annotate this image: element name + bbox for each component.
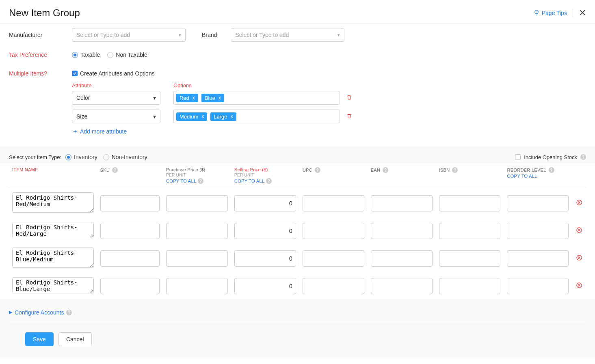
configure-accounts-link[interactable]: ▶ Configure Accounts ? bbox=[9, 309, 72, 316]
col-selling-price: Selling Price ($) PER UNIT COPY TO ALL? bbox=[231, 163, 299, 188]
chevron-down-icon: ▾ bbox=[153, 95, 156, 101]
ean-input[interactable] bbox=[371, 250, 433, 267]
options-input[interactable]: Medium x Large x bbox=[173, 110, 340, 123]
isbn-input[interactable] bbox=[439, 223, 501, 239]
help-icon[interactable]: ? bbox=[383, 167, 388, 173]
reorder-input[interactable] bbox=[507, 195, 569, 211]
copy-to-all-selling[interactable]: COPY TO ALL? bbox=[234, 178, 272, 184]
isbn-input[interactable] bbox=[439, 250, 501, 267]
checkbox-unchecked-icon bbox=[515, 154, 521, 160]
help-icon[interactable]: ? bbox=[580, 154, 586, 160]
reorder-input[interactable] bbox=[507, 278, 569, 294]
col-reorder-level: REORDER LEVEL? COPY TO ALL bbox=[504, 163, 572, 188]
item-name-input[interactable]: El Rodrigo Shirts-Blue/Large bbox=[12, 277, 94, 293]
trash-icon[interactable] bbox=[346, 113, 352, 120]
attribute-select[interactable]: Size ▾ bbox=[72, 110, 160, 123]
tag-remove-icon[interactable]: x bbox=[201, 114, 204, 119]
help-icon[interactable]: ? bbox=[112, 167, 118, 173]
selling-price-input[interactable] bbox=[234, 250, 296, 267]
page-tips-label: Page Tips bbox=[542, 10, 567, 16]
col-isbn: ISBN? bbox=[436, 163, 504, 188]
manufacturer-select[interactable]: Select or Type to add ▾ bbox=[72, 28, 186, 42]
create-attributes-checkbox[interactable]: Create Attributes and Options bbox=[72, 70, 155, 77]
option-tag[interactable]: Large x bbox=[210, 112, 236, 121]
add-more-attribute-link[interactable]: ＋ Add more attribute bbox=[72, 128, 586, 135]
help-icon[interactable]: ? bbox=[452, 167, 458, 173]
selling-price-input[interactable] bbox=[234, 278, 296, 294]
taxable-radio[interactable]: Taxable bbox=[72, 52, 100, 58]
ean-input[interactable] bbox=[371, 195, 433, 211]
brand-label: Brand bbox=[202, 32, 217, 38]
attribute-select[interactable]: Color ▾ bbox=[72, 91, 160, 105]
upc-input[interactable] bbox=[303, 278, 364, 294]
include-opening-stock-checkbox[interactable]: Include Opening Stock ? bbox=[515, 154, 586, 160]
header-divider bbox=[573, 9, 573, 17]
non-taxable-radio[interactable]: Non Taxable bbox=[107, 52, 147, 58]
help-icon[interactable]: ? bbox=[66, 310, 72, 315]
help-icon: ? bbox=[266, 178, 272, 184]
inventory-radio[interactable]: Inventory bbox=[65, 154, 97, 160]
trash-icon[interactable] bbox=[346, 95, 352, 101]
purchase-price-input[interactable] bbox=[166, 250, 228, 267]
option-label: Red bbox=[180, 95, 189, 101]
taxable-label: Taxable bbox=[80, 52, 100, 58]
help-icon[interactable]: ? bbox=[549, 167, 554, 173]
save-button[interactable]: Save bbox=[25, 332, 54, 346]
item-name-input[interactable]: El Rodrigo Shirts-Red/Medium bbox=[12, 192, 94, 213]
item-name-input[interactable]: El Rodrigo Shirts-Blue/Medium bbox=[12, 248, 94, 268]
sku-input[interactable] bbox=[100, 195, 160, 211]
selling-price-input[interactable] bbox=[234, 223, 296, 239]
copy-to-all-reorder[interactable]: COPY TO ALL bbox=[507, 174, 537, 179]
tax-preference-label: Tax Preference bbox=[9, 52, 72, 58]
include-opening-stock-label: Include Opening Stock bbox=[524, 154, 577, 160]
isbn-input[interactable] bbox=[439, 278, 501, 294]
options-heading: Options bbox=[173, 82, 192, 88]
option-tag[interactable]: Red x bbox=[176, 94, 198, 102]
table-row: El Rodrigo Shirts-Red/Medium bbox=[9, 188, 586, 218]
non-inventory-radio[interactable]: Non-Inventory bbox=[103, 154, 147, 160]
delete-row-icon[interactable] bbox=[572, 188, 586, 218]
plus-icon: ＋ bbox=[72, 128, 78, 135]
close-icon[interactable]: ✕ bbox=[579, 9, 586, 17]
attribute-heading: Attribute bbox=[72, 82, 173, 88]
delete-row-icon[interactable] bbox=[572, 218, 586, 243]
tag-remove-icon[interactable]: x bbox=[219, 95, 221, 101]
delete-row-icon[interactable] bbox=[572, 273, 586, 299]
option-tag[interactable]: Medium x bbox=[176, 112, 207, 121]
item-name-input[interactable]: El Rodrigo Shirts-Red/Large bbox=[12, 222, 94, 238]
tag-remove-icon[interactable]: x bbox=[231, 114, 233, 119]
cancel-button[interactable]: Cancel bbox=[58, 332, 92, 346]
purchase-price-input[interactable] bbox=[166, 223, 228, 239]
upc-input[interactable] bbox=[303, 223, 364, 239]
tag-remove-icon[interactable]: x bbox=[193, 95, 195, 101]
ean-input[interactable] bbox=[371, 223, 433, 239]
reorder-input[interactable] bbox=[507, 223, 569, 239]
brand-select[interactable]: Select or Type to add ▾ bbox=[231, 28, 344, 42]
upc-input[interactable] bbox=[303, 195, 364, 211]
attribute-row: Color ▾ Red x Blue x bbox=[72, 91, 586, 105]
attribute-value: Color bbox=[76, 95, 90, 101]
option-label: Large bbox=[214, 114, 227, 120]
page-tips-link[interactable]: Page Tips bbox=[534, 10, 567, 17]
table-row: El Rodrigo Shirts-Blue/Large bbox=[9, 273, 586, 299]
copy-to-all-purchase[interactable]: COPY TO ALL? bbox=[166, 178, 203, 184]
attribute-value: Size bbox=[76, 113, 87, 120]
col-item-name: ITEM NAME bbox=[9, 163, 97, 188]
chevron-down-icon: ▾ bbox=[153, 113, 156, 120]
ean-input[interactable] bbox=[371, 278, 433, 294]
isbn-input[interactable] bbox=[439, 195, 501, 211]
purchase-price-input[interactable] bbox=[166, 278, 228, 294]
purchase-price-input[interactable] bbox=[166, 195, 228, 211]
reorder-input[interactable] bbox=[507, 250, 569, 267]
sku-input[interactable] bbox=[100, 223, 160, 239]
upc-input[interactable] bbox=[303, 250, 364, 267]
delete-row-icon[interactable] bbox=[572, 243, 586, 273]
help-icon[interactable]: ? bbox=[315, 167, 320, 173]
selling-price-input[interactable] bbox=[234, 195, 296, 211]
page-title: New Item Group bbox=[9, 7, 80, 19]
sku-input[interactable] bbox=[100, 278, 160, 294]
options-input[interactable]: Red x Blue x bbox=[173, 91, 340, 105]
option-tag[interactable]: Blue x bbox=[201, 94, 224, 102]
table-row: El Rodrigo Shirts-Red/Large bbox=[9, 218, 586, 243]
sku-input[interactable] bbox=[100, 250, 160, 267]
